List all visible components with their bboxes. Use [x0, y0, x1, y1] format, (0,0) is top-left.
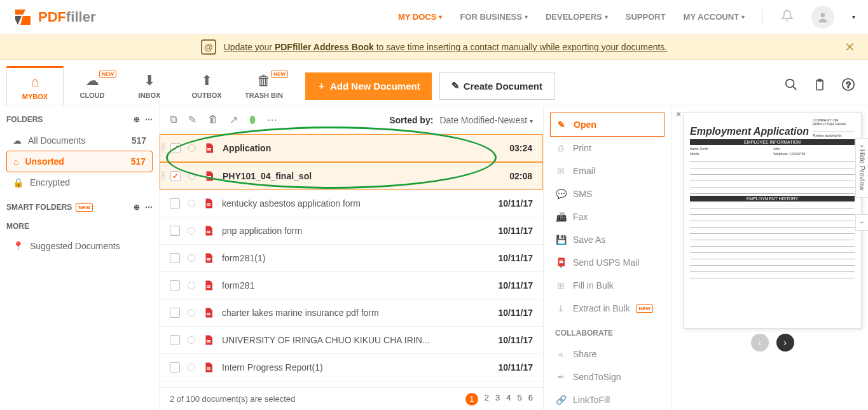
- row-radio[interactable]: [188, 364, 195, 371]
- row-checkbox[interactable]: [170, 143, 181, 153]
- table-row[interactable]: form281(1)10/11/17: [160, 245, 543, 272]
- folder-unsorted[interactable]: ⌂ Unsorted 517: [6, 151, 153, 172]
- row-checkbox[interactable]: [170, 280, 180, 290]
- row-radio[interactable]: [188, 336, 195, 344]
- drag-handle[interactable]: ⠿⠿: [161, 144, 165, 152]
- row-radio[interactable]: [188, 200, 195, 207]
- home-icon: ⌂: [31, 74, 39, 90]
- table-row[interactable]: form28110/11/17: [160, 272, 543, 299]
- preview-next-button[interactable]: ›: [776, 334, 794, 352]
- move-icon[interactable]: ↗: [230, 114, 238, 126]
- drag-handle[interactable]: ⠿⠿: [161, 172, 165, 180]
- tag-icon[interactable]: ⬮: [249, 114, 256, 126]
- preview-prev-button[interactable]: ‹: [751, 334, 769, 352]
- row-date: 10/11/17: [499, 308, 534, 318]
- sort-dropdown[interactable]: Date Modified-Newest ▾: [439, 115, 533, 125]
- page-4[interactable]: 4: [506, 393, 511, 406]
- more-icon[interactable]: ⋯: [145, 115, 153, 124]
- clipboard-icon[interactable]: [813, 78, 826, 95]
- action-sendtosign[interactable]: ✒SendToSign: [550, 366, 665, 388]
- folder-encrypted[interactable]: 🔒 Encrypted: [6, 172, 153, 193]
- user-avatar[interactable]: [811, 6, 834, 29]
- action-open[interactable]: ✎Open: [550, 113, 665, 137]
- close-icon[interactable]: ✕: [844, 39, 855, 55]
- table-row[interactable]: charter lakes marine insurance pdf form1…: [160, 299, 543, 327]
- action-extract-bulk[interactable]: ⤓Extract in Bulk NEW: [550, 297, 665, 320]
- row-checkbox[interactable]: [170, 171, 181, 181]
- table-row[interactable]: ⠿⠿Application03:24: [160, 134, 543, 162]
- action-fax[interactable]: 📠Fax: [550, 205, 665, 228]
- row-date: 10/11/17: [499, 198, 534, 208]
- plus-icon: ＋: [317, 80, 326, 92]
- page-3[interactable]: 3: [495, 393, 500, 406]
- add-new-document-button[interactable]: ＋Add New Document: [305, 72, 432, 100]
- row-checkbox[interactable]: [170, 335, 180, 345]
- hide-preview-handle[interactable]: › Hide Preview: [855, 138, 868, 198]
- delete-icon[interactable]: 🗑: [208, 114, 218, 126]
- copy-icon[interactable]: ⧉: [170, 114, 177, 126]
- more-icon[interactable]: ⋯: [145, 203, 153, 212]
- row-radio[interactable]: [188, 172, 196, 180]
- notifications-icon[interactable]: [781, 10, 794, 24]
- action-usps[interactable]: 📮Send USPS Mail: [550, 251, 665, 274]
- row-checkbox[interactable]: [170, 253, 180, 263]
- more-icon[interactable]: ⋯: [267, 114, 277, 126]
- nav-my-account[interactable]: MY ACCOUNT ▾: [684, 12, 745, 22]
- page-6[interactable]: 6: [528, 393, 533, 406]
- tab-mybox[interactable]: ⌂ MYBOX: [6, 66, 64, 106]
- pin-icon: 📍: [13, 241, 24, 251]
- search-icon[interactable]: [784, 78, 798, 95]
- expand-handle[interactable]: ›: [855, 214, 868, 231]
- chevron-down-icon: ▾: [530, 118, 533, 125]
- nav-support[interactable]: SUPPORT: [626, 12, 666, 22]
- suggested-documents[interactable]: 📍 Suggested Documents: [6, 236, 153, 256]
- row-radio[interactable]: [188, 254, 195, 262]
- help-icon[interactable]: ?: [841, 78, 855, 95]
- table-row[interactable]: Intern Progress Report(1)10/11/17: [160, 354, 543, 381]
- create-document-button[interactable]: ✎Create Document: [439, 72, 555, 100]
- row-checkbox[interactable]: [170, 198, 180, 208]
- close-icon[interactable]: ✕: [675, 110, 682, 119]
- row-checkbox[interactable]: [170, 226, 180, 236]
- tab-trash[interactable]: NEW 🗑 TRASH BIN: [235, 66, 293, 106]
- logo[interactable]: PDFfiller: [13, 7, 95, 27]
- nav-my-docs[interactable]: MY DOCS ▾: [398, 12, 442, 22]
- row-checkbox[interactable]: [170, 362, 180, 372]
- list-footer: 2 of 100 document(s) are selected 123456: [160, 387, 543, 410]
- table-row[interactable]: UNIVERSITY OF IRINGA CHUO KIKUU CHA IRIN…: [160, 327, 543, 354]
- action-share[interactable]: ∝Share: [550, 343, 665, 366]
- tab-inbox[interactable]: ⬇ INBOX: [121, 66, 178, 106]
- table-row[interactable]: ⠿⠿PHY101_04_final_sol02:08: [160, 162, 543, 190]
- page-1[interactable]: 1: [465, 393, 478, 406]
- row-radio[interactable]: [188, 227, 195, 235]
- tab-outbox[interactable]: ⬆ OUTBOX: [178, 66, 235, 106]
- row-radio[interactable]: [188, 144, 196, 152]
- banner-link[interactable]: Update your PDFfiller Address Book to sa…: [224, 42, 667, 52]
- tab-label: TRASH BIN: [245, 92, 283, 99]
- action-fill-bulk[interactable]: ⊞Fill in Bulk: [550, 274, 665, 297]
- page-2[interactable]: 2: [485, 393, 489, 406]
- pdf-icon: [203, 252, 214, 264]
- chevron-down-icon[interactable]: ▾: [852, 13, 855, 20]
- table-row[interactable]: kentucky asbestos application form10/11/…: [160, 190, 543, 217]
- tab-cloud[interactable]: NEW ☁ CLOUD: [64, 66, 121, 106]
- action-sms[interactable]: 💬SMS: [550, 182, 665, 205]
- row-checkbox[interactable]: [170, 308, 180, 318]
- row-radio[interactable]: [188, 309, 195, 317]
- folder-all-documents[interactable]: ☁ All Documents 517: [6, 130, 153, 151]
- table-row[interactable]: pnp application form10/11/17: [160, 217, 543, 245]
- add-folder-icon[interactable]: ⊕: [134, 203, 140, 212]
- wand-icon: ✎: [451, 80, 460, 92]
- row-radio[interactable]: [188, 282, 195, 289]
- action-linktofill[interactable]: 🔗LinkToFill: [550, 388, 665, 410]
- page-5[interactable]: 5: [518, 393, 522, 406]
- edit-icon[interactable]: ✎: [188, 114, 196, 126]
- document-preview[interactable]: Employment Application COMPANY OR EMPLOY…: [683, 113, 862, 329]
- edit-icon: ✎: [556, 120, 567, 130]
- action-print[interactable]: ⎙Print: [550, 137, 665, 160]
- nav-for-business[interactable]: FOR BUSINESS ▾: [460, 12, 528, 22]
- action-email[interactable]: ✉Email: [550, 160, 665, 182]
- add-folder-icon[interactable]: ⊕: [134, 115, 140, 124]
- nav-developers[interactable]: DEVELOPERS ▾: [546, 12, 608, 22]
- action-save-as[interactable]: 💾Save As: [550, 228, 665, 251]
